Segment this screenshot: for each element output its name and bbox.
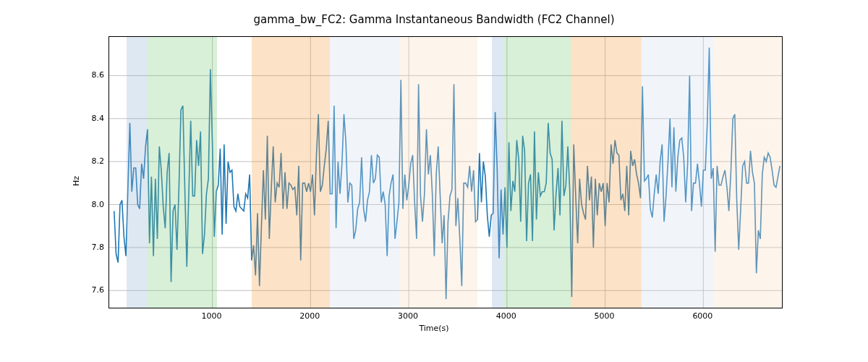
figure: gamma_bw_FC2: Gamma Instantaneous Bandwi… — [0, 0, 868, 362]
x-tick-label: 2000 — [299, 311, 320, 321]
x-tick-label: 6000 — [692, 311, 712, 321]
x-axis-label: Time(s) — [0, 324, 868, 333]
shaded-region — [713, 37, 782, 308]
y-axis-label: Hz — [72, 176, 81, 186]
x-tick-label: 5000 — [595, 311, 615, 321]
y-tick-label: 8.4 — [92, 113, 105, 122]
shaded-region — [492, 37, 503, 308]
shaded-region — [504, 37, 571, 308]
y-tick-label: 7.8 — [92, 242, 105, 251]
shaded-region — [127, 37, 146, 308]
x-tick-label: 3000 — [398, 311, 418, 321]
y-tick-label: 8.2 — [92, 156, 105, 166]
axes-box — [109, 36, 783, 308]
y-tick-label: 7.6 — [92, 285, 105, 295]
y-tick-label: 8.0 — [92, 199, 105, 209]
x-tick-label: 1000 — [202, 311, 222, 321]
shaded-region — [252, 37, 331, 308]
chart-title: gamma_bw_FC2: Gamma Instantaneous Bandwi… — [0, 13, 868, 26]
x-tick-label: 4000 — [496, 311, 516, 321]
shaded-region — [571, 37, 642, 308]
y-tick-label: 8.6 — [92, 70, 105, 80]
shaded-region — [330, 37, 399, 308]
shaded-region — [642, 37, 713, 308]
shaded-region — [147, 37, 218, 308]
shaded-region — [399, 37, 478, 308]
